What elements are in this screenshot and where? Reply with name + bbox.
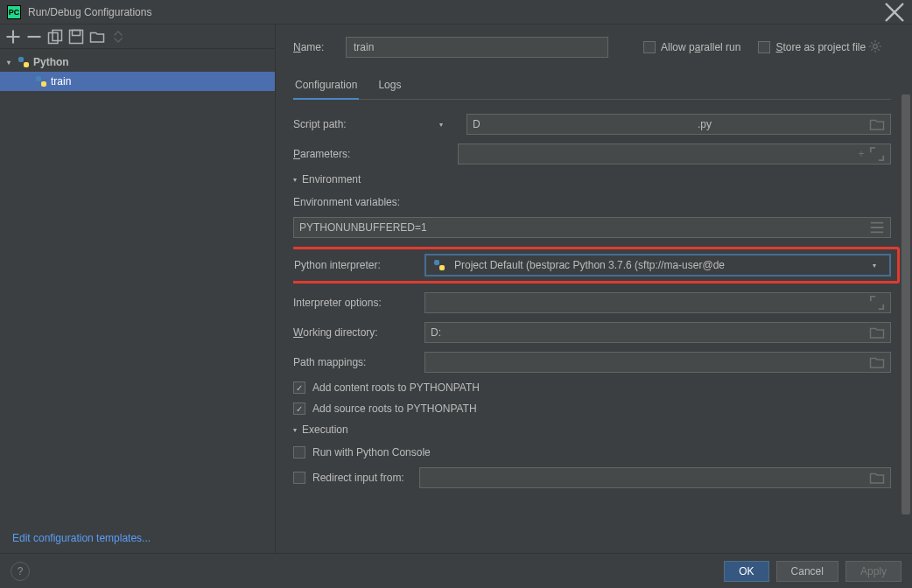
- python-icon: [18, 56, 30, 68]
- plus-icon[interactable]: +: [853, 148, 869, 160]
- svg-rect-3: [73, 30, 81, 35]
- allow-parallel-checkbox[interactable]: Allow parallel run: [643, 41, 740, 53]
- script-path-label: Script path:: [293, 118, 433, 130]
- checkbox-icon: [758, 41, 770, 53]
- run-console-checkbox[interactable]: Run with Python Console: [293, 446, 891, 458]
- checkbox-icon: [293, 446, 305, 458]
- add-source-roots-label: Add source roots to PYTHONPATH: [312, 402, 477, 415]
- folder-browse-icon[interactable]: [869, 325, 885, 340]
- script-path-prefix: D: [473, 118, 481, 130]
- store-project-label: Store as project file: [775, 41, 866, 53]
- interpreter-options-label: Interpreter options:: [293, 297, 424, 309]
- checkbox-icon[interactable]: [293, 472, 305, 484]
- gear-icon[interactable]: [869, 40, 881, 55]
- folder-browse-icon[interactable]: [869, 116, 885, 132]
- config-tree: ▾ Python train: [0, 49, 275, 523]
- apply-button[interactable]: Apply: [845, 561, 901, 582]
- tree-root-label: Python: [33, 56, 69, 68]
- chevron-down-icon: ▾: [293, 426, 297, 434]
- environment-section-header[interactable]: ▾ Environment: [293, 173, 891, 186]
- folder-browse-icon[interactable]: [869, 470, 885, 486]
- help-button[interactable]: ?: [11, 562, 30, 581]
- env-vars-label: Environment variables:: [293, 196, 400, 208]
- env-vars-value: PYTHONUNBUFFERED=1: [299, 221, 427, 234]
- path-mappings-label: Path mappings:: [293, 356, 424, 368]
- checkbox-icon: [293, 402, 305, 415]
- chevron-down-icon: ▾: [866, 262, 882, 270]
- execution-section-header[interactable]: ▾ Execution: [293, 424, 891, 436]
- chevron-down-icon: ▾: [7, 59, 18, 66]
- scrollbar[interactable]: [901, 94, 910, 553]
- name-label: Name:: [293, 41, 346, 53]
- folder-browse-icon[interactable]: [869, 354, 885, 370]
- add-icon[interactable]: [5, 29, 21, 45]
- working-dir-value: D:: [431, 326, 441, 339]
- tabs: Configuration Logs: [293, 74, 891, 100]
- folder-icon[interactable]: [89, 29, 105, 45]
- cancel-button[interactable]: Cancel: [776, 561, 838, 582]
- tree-item-label: train: [51, 75, 71, 88]
- expand-icon[interactable]: [869, 295, 885, 311]
- python-icon: [433, 259, 445, 271]
- tab-logs[interactable]: Logs: [376, 74, 403, 100]
- execution-label: Execution: [302, 424, 348, 436]
- script-path-dropdown[interactable]: ▾: [433, 121, 449, 129]
- close-button[interactable]: [884, 2, 905, 23]
- add-content-roots-checkbox[interactable]: Add content roots to PYTHONPATH: [293, 382, 891, 394]
- interpreter-value: Project Default (bestprac Python 3.7.6 (…: [454, 259, 725, 271]
- expand-icon[interactable]: [869, 146, 885, 162]
- config-toolbar: [0, 24, 275, 49]
- titlebar: PC Run/Debug Configurations: [0, 0, 912, 24]
- copy-icon[interactable]: [47, 29, 63, 45]
- ok-button[interactable]: OK: [724, 561, 768, 582]
- move-up-down-icon: [110, 29, 126, 45]
- checkbox-icon: [643, 41, 656, 53]
- working-dir-input[interactable]: D:: [424, 322, 891, 343]
- interpreter-label: Python interpreter:: [294, 259, 425, 271]
- list-icon[interactable]: [869, 220, 885, 235]
- python-icon: [35, 75, 47, 88]
- script-path-suffix: .py: [698, 118, 712, 130]
- interpreter-select[interactable]: Project Default (bestprac Python 3.7.6 (…: [425, 255, 890, 276]
- checkbox-icon: [293, 382, 305, 394]
- interpreter-highlight: Python interpreter: Project Default (bes…: [293, 247, 900, 284]
- parameters-input[interactable]: +: [458, 144, 891, 164]
- remove-icon[interactable]: [26, 29, 42, 45]
- tree-item-train[interactable]: train: [0, 72, 275, 91]
- path-mappings-input[interactable]: [424, 352, 891, 373]
- tree-root-python[interactable]: ▾ Python: [0, 52, 275, 72]
- chevron-down-icon: ▾: [293, 176, 297, 184]
- left-panel: ▾ Python train Edit configuration templa…: [0, 24, 276, 553]
- interpreter-options-input[interactable]: [424, 292, 891, 313]
- store-project-checkbox[interactable]: Store as project file: [758, 41, 866, 53]
- save-icon[interactable]: [68, 29, 84, 45]
- env-vars-input[interactable]: PYTHONUNBUFFERED=1: [293, 217, 891, 238]
- run-console-label: Run with Python Console: [312, 446, 431, 458]
- svg-point-4: [873, 44, 878, 48]
- dialog-footer: ? OK Cancel Apply: [0, 553, 912, 588]
- script-path-input[interactable]: D .py: [467, 114, 891, 135]
- edit-templates-link[interactable]: Edit configuration templates...: [0, 523, 275, 553]
- window-title: Run/Debug Configurations: [28, 6, 884, 18]
- tab-configuration[interactable]: Configuration: [293, 74, 359, 100]
- environment-label: Environment: [302, 173, 361, 186]
- parameters-label: Parameters:: [293, 148, 433, 160]
- allow-parallel-label: Allow parallel run: [661, 41, 740, 53]
- name-input[interactable]: [346, 37, 608, 58]
- redirect-input-field[interactable]: [419, 467, 891, 488]
- redirect-input-label: Redirect input from:: [312, 472, 419, 484]
- add-source-roots-checkbox[interactable]: Add source roots to PYTHONPATH: [293, 402, 891, 415]
- add-content-roots-label: Add content roots to PYTHONPATH: [312, 382, 480, 394]
- working-dir-label: Working directory:: [293, 326, 424, 339]
- right-panel: Name: Allow parallel run Store as projec…: [276, 24, 912, 553]
- pycharm-icon: PC: [7, 5, 21, 19]
